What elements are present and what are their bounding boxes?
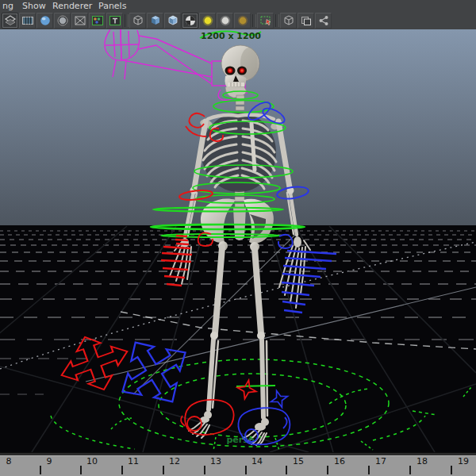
viewport-3d[interactable]: 1200 x 1200 (0, 29, 476, 452)
default-material-button[interactable] (129, 13, 146, 29)
xray-overlap-button[interactable] (298, 13, 314, 29)
frame-tick (121, 466, 123, 474)
frame-label: 18 (416, 456, 428, 466)
panel-menu-bar: ng Show Renderer Panels (0, 0, 476, 11)
menu-item-show[interactable]: Show (22, 1, 46, 11)
wire-cube-icon (282, 14, 295, 27)
time-slider[interactable]: 8 9 10 11 12 13 14 15 16 17 18 19 (0, 452, 476, 476)
menu-item-panels[interactable]: Panels (98, 1, 126, 11)
gold-light-icon (236, 14, 249, 27)
menu-item-lighting-truncated[interactable]: ng (2, 1, 13, 11)
smooth-shade-all-button[interactable] (36, 13, 53, 29)
blue-cube-outline-icon (167, 14, 179, 27)
wire-cube-button[interactable] (280, 13, 297, 29)
wire-cube-icon (132, 14, 144, 27)
overlap-squares-icon (300, 14, 313, 27)
maya-window: ng Show Renderer Panels (0, 0, 476, 476)
frame-label: 14 (251, 456, 263, 466)
textured-labels-button[interactable] (106, 13, 123, 29)
frame-tick (163, 466, 164, 474)
flat-shade-sphere-icon (56, 14, 69, 27)
shaded-textured-button[interactable] (89, 13, 106, 29)
frame-label: 17 (375, 456, 386, 466)
frame-tick (327, 466, 328, 474)
smooth-shade-sphere-icon (39, 14, 52, 27)
red-eye-right (240, 68, 245, 74)
viewport-floor (0, 225, 476, 452)
checker-sphere-icon (184, 14, 197, 27)
toolbar-separator (275, 14, 279, 27)
light-yellow-button[interactable] (199, 13, 216, 29)
frame-tick (368, 466, 370, 474)
frame-label: 12 (169, 456, 180, 466)
frame-label: 19 (458, 456, 469, 466)
light-gold-button[interactable] (234, 13, 251, 29)
panel-toolbar (0, 11, 476, 29)
toolbar-separator (252, 14, 256, 27)
frame-label: 13 (210, 456, 221, 466)
wireframe-icon (74, 14, 86, 27)
frame-label: 10 (86, 456, 98, 466)
blue-cube-icon (149, 14, 162, 27)
timeline-highlight (0, 455, 476, 456)
checker-sphere-button[interactable] (182, 13, 198, 29)
frame-tick (409, 466, 411, 474)
isolate-select-icon (259, 14, 272, 27)
frame-tick (204, 466, 205, 474)
shaded-textured-icon (91, 14, 104, 27)
frame-label: 9 (47, 456, 52, 466)
wireframe-button[interactable] (71, 13, 88, 29)
frame-tick (40, 466, 41, 474)
frame-label: 8 (6, 456, 12, 466)
frame-tick (286, 466, 287, 474)
film-grid-button[interactable] (19, 13, 36, 29)
red-eye-left (227, 67, 232, 73)
frame-label: 15 (293, 456, 304, 466)
select-highlight-button[interactable] (2, 13, 18, 29)
frame-label: 16 (334, 456, 345, 466)
resolution-gate-label: 1200 x 1200 (201, 31, 261, 41)
frame-tick (245, 466, 247, 474)
frame-label: 11 (128, 456, 139, 466)
flat-shade-all-button[interactable] (54, 13, 71, 29)
frame-tick (451, 466, 452, 474)
film-grid-icon (21, 14, 34, 27)
yellow-light-icon (202, 14, 214, 27)
share-nodes-icon (317, 14, 330, 27)
light-default-button[interactable] (217, 13, 233, 29)
isolate-select-button[interactable] (257, 13, 274, 29)
select-highlight-icon (4, 14, 17, 27)
smooth-cube-button[interactable] (147, 13, 163, 29)
frame-tick (80, 466, 82, 474)
high-quality-cube-button[interactable] (164, 13, 181, 29)
menu-item-renderer[interactable]: Renderer (52, 1, 92, 11)
texture-t-icon (109, 14, 121, 27)
toolbar-separator (125, 14, 129, 27)
white-light-icon (219, 14, 232, 27)
node-connections-button[interactable] (315, 13, 332, 29)
